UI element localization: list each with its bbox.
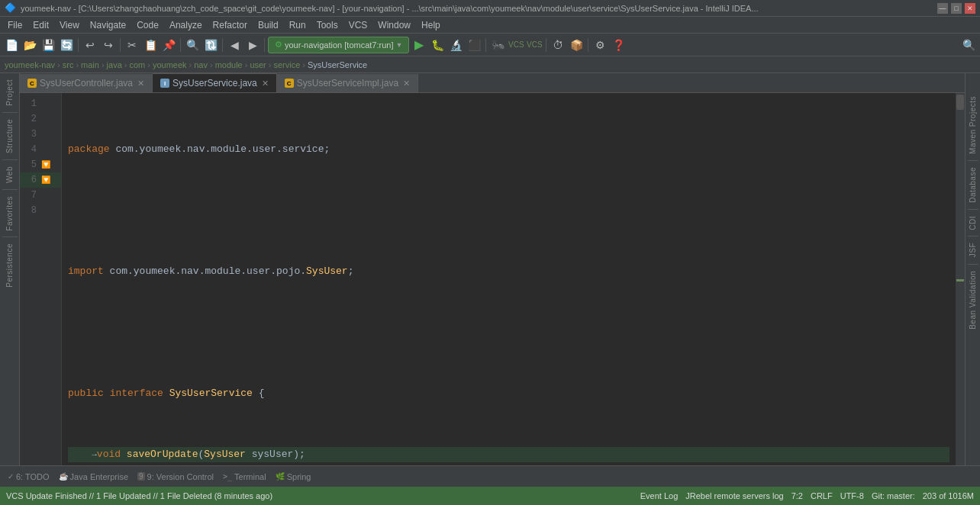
cdi-label[interactable]: CDI bbox=[969, 213, 977, 233]
sidebar-sep2 bbox=[2, 159, 18, 160]
line-num-3: 3 bbox=[20, 129, 41, 140]
menu-view[interactable]: View bbox=[55, 18, 84, 32]
bottom-tabs-bar: ✓ 6: TODO ☕ Java Enterprise 9 9: Version… bbox=[0, 465, 980, 487]
spring-tab[interactable]: 🌿 Spring bbox=[272, 471, 314, 483]
sidebar-favorites-label[interactable]: Favorites bbox=[5, 193, 14, 234]
copy-btn[interactable]: 📋 bbox=[142, 37, 159, 53]
sidebar-project-label[interactable]: Project bbox=[5, 76, 14, 109]
tab-label-controller: SysUserController.java bbox=[40, 78, 133, 88]
menu-code[interactable]: Code bbox=[132, 18, 163, 32]
menu-window[interactable]: Window bbox=[373, 18, 415, 32]
todo-icon: ✓ bbox=[8, 472, 14, 481]
menu-navigate[interactable]: Navigate bbox=[85, 18, 131, 32]
vc-label: 9: Version Control bbox=[147, 472, 214, 481]
terminal-tab[interactable]: >_ Terminal bbox=[220, 471, 269, 483]
undo-btn[interactable]: ↩ bbox=[82, 37, 98, 53]
minimize-button[interactable]: — bbox=[937, 3, 948, 14]
menu-tools[interactable]: Tools bbox=[312, 18, 343, 32]
menu-refactor[interactable]: Refactor bbox=[208, 18, 252, 32]
sidebar-structure-label[interactable]: Structure bbox=[5, 116, 14, 156]
tab-icon-controller: C bbox=[27, 79, 37, 88]
scroll-marker-1 bbox=[956, 279, 964, 281]
tab-sys-user-service[interactable]: I SysUserService.java ✕ bbox=[153, 73, 277, 92]
debug-btn[interactable]: 🐛 bbox=[429, 37, 446, 53]
status-bar: VCS Update Finished // 1 File Updated //… bbox=[0, 487, 980, 505]
sync-btn[interactable]: 🔄 bbox=[58, 37, 75, 53]
bc-service[interactable]: service bbox=[273, 60, 300, 69]
vcs-update-btn[interactable]: VCS bbox=[508, 37, 524, 53]
maximize-button[interactable]: □ bbox=[951, 3, 962, 14]
menu-edit[interactable]: Edit bbox=[28, 18, 53, 32]
line-num-8: 8 bbox=[20, 205, 41, 216]
caret-position[interactable]: 7:2 bbox=[791, 491, 803, 500]
menu-run[interactable]: Run bbox=[285, 18, 311, 32]
back-btn[interactable]: ◀ bbox=[226, 37, 243, 53]
memory-indicator[interactable]: 203 of 1016M bbox=[923, 491, 974, 500]
todo-tab[interactable]: ✓ 6: TODO bbox=[5, 471, 53, 483]
tab-close-controller[interactable]: ✕ bbox=[137, 79, 144, 88]
menu-help[interactable]: Help bbox=[417, 18, 445, 32]
tab-close-service[interactable]: ✕ bbox=[262, 79, 269, 88]
tab-sys-user-controller[interactable]: C SysUserController.java ✕ bbox=[20, 74, 153, 92]
find-btn[interactable]: 🔍 bbox=[184, 37, 201, 53]
tab-close-impl[interactable]: ✕ bbox=[403, 79, 410, 88]
charset[interactable]: UTF-8 bbox=[840, 491, 864, 500]
version-control-tab[interactable]: 9 9: Version Control bbox=[134, 471, 217, 483]
vcs-commit-btn[interactable]: VCS bbox=[526, 37, 543, 53]
redo-btn[interactable]: ↪ bbox=[100, 37, 117, 53]
vertical-scrollbar[interactable] bbox=[956, 93, 965, 465]
bc-com[interactable]: com bbox=[129, 60, 145, 69]
toolbar-sep1 bbox=[78, 38, 79, 52]
jrebel-log-btn[interactable]: JRebel remote servers log bbox=[685, 491, 783, 500]
bc-main[interactable]: main bbox=[81, 60, 99, 69]
tab-sys-user-service-impl[interactable]: C SysUserServiceImpl.java ✕ bbox=[277, 74, 418, 92]
bean-validation-label[interactable]: Bean Validation bbox=[969, 268, 977, 333]
run-btn[interactable]: ▶ bbox=[411, 37, 427, 53]
rsidebar-sep2 bbox=[968, 209, 978, 210]
jsf-label[interactable]: JSF bbox=[969, 240, 977, 260]
code-line-6: → void saveOrUpdate ( SysUser sysUser); bbox=[68, 447, 949, 462]
settings-btn[interactable]: ⚙ bbox=[592, 37, 608, 53]
line-ending[interactable]: CRLF bbox=[811, 491, 833, 500]
menu-analyze[interactable]: Analyze bbox=[165, 18, 207, 32]
bc-user[interactable]: user bbox=[250, 60, 266, 69]
bc-nav[interactable]: nav bbox=[194, 60, 208, 69]
bc-youmeek-nav[interactable]: youmeek-nav bbox=[5, 60, 55, 69]
paste-btn[interactable]: 📌 bbox=[160, 37, 177, 53]
java-enterprise-tab[interactable]: ☕ Java Enterprise bbox=[56, 471, 131, 483]
bc-src[interactable]: src bbox=[63, 60, 74, 69]
run-config-btn[interactable]: ⚙ your-navigation [tomcat7:run] ▼ bbox=[268, 37, 409, 53]
menu-vcs[interactable]: VCS bbox=[344, 18, 372, 32]
patch-btn[interactable]: 📦 bbox=[568, 37, 585, 53]
event-log-btn[interactable]: Event Log bbox=[640, 491, 679, 500]
search-everywhere-btn[interactable]: 🔍 bbox=[960, 37, 977, 53]
menu-file[interactable]: File bbox=[3, 18, 27, 32]
bc-module[interactable]: module bbox=[215, 60, 243, 69]
save-btn[interactable]: 💾 bbox=[40, 37, 56, 53]
database-label[interactable]: Database bbox=[969, 164, 977, 206]
stop-btn[interactable]: ⬛ bbox=[466, 37, 482, 53]
maven-projects-label[interactable]: Maven Projects bbox=[969, 93, 977, 157]
sidebar-web-label[interactable]: Web bbox=[5, 163, 14, 186]
open-btn[interactable]: 📂 bbox=[21, 37, 38, 53]
forward-btn[interactable]: ▶ bbox=[244, 37, 261, 53]
cut-btn[interactable]: ✂ bbox=[124, 37, 140, 53]
bc-java[interactable]: java bbox=[107, 60, 122, 69]
replace-btn[interactable]: 🔃 bbox=[202, 37, 219, 53]
sidebar-sep1 bbox=[2, 112, 18, 113]
menu-build[interactable]: Build bbox=[253, 18, 283, 32]
help-toolbar-btn[interactable]: ❓ bbox=[610, 37, 627, 53]
bc-youmeek[interactable]: youmeek bbox=[153, 60, 187, 69]
close-button[interactable]: ✕ bbox=[965, 3, 975, 14]
bc-current: SysUserService bbox=[308, 60, 367, 69]
main-area: Project Structure Web Favorites Persiste… bbox=[0, 73, 980, 465]
history-btn[interactable]: ⏱ bbox=[550, 37, 566, 53]
run-dropdown-icon: ▼ bbox=[395, 41, 402, 49]
sidebar-persistence-label[interactable]: Persistence bbox=[5, 240, 14, 291]
run-with-coverage-btn[interactable]: 🔬 bbox=[447, 37, 464, 53]
java-enterprise-icon: ☕ bbox=[59, 472, 68, 481]
code-content[interactable]: package com.youmeek.nav.module.user.serv… bbox=[62, 93, 956, 465]
git-branch[interactable]: Git: master: bbox=[872, 491, 915, 500]
new-file-btn[interactable]: 📄 bbox=[3, 37, 20, 53]
ant-btn[interactable]: 🐜 bbox=[489, 37, 506, 53]
